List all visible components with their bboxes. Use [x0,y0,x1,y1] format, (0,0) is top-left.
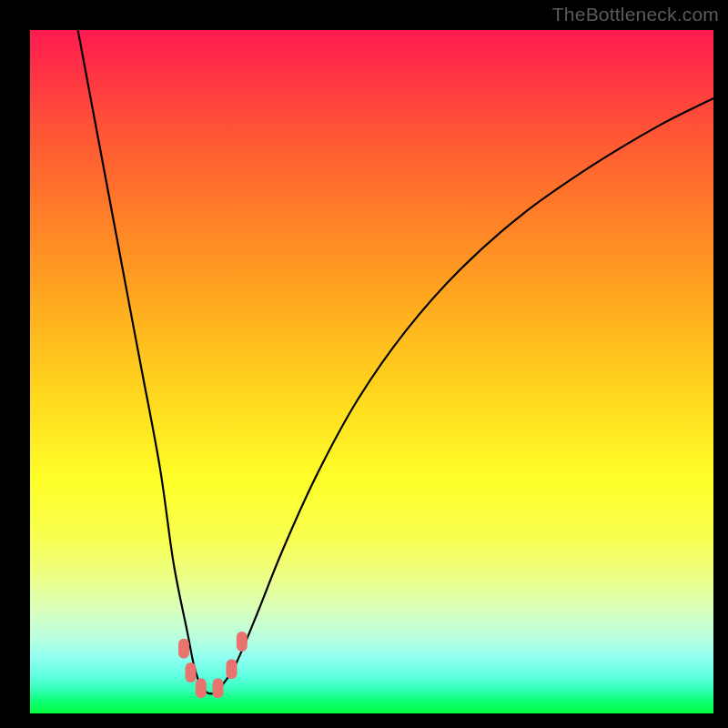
chart-frame: TheBottleneck.com [0,0,728,728]
watermark-text: TheBottleneck.com [552,4,719,25]
curve-markers [178,632,248,698]
curve-marker [178,639,189,659]
curve-marker [196,678,207,698]
bottleneck-curve [78,30,713,693]
curve-marker [186,662,197,682]
plot-area [30,30,713,713]
curve-marker [227,659,238,679]
chart-svg [30,30,713,713]
curve-marker [237,632,248,652]
curve-marker [213,678,224,698]
